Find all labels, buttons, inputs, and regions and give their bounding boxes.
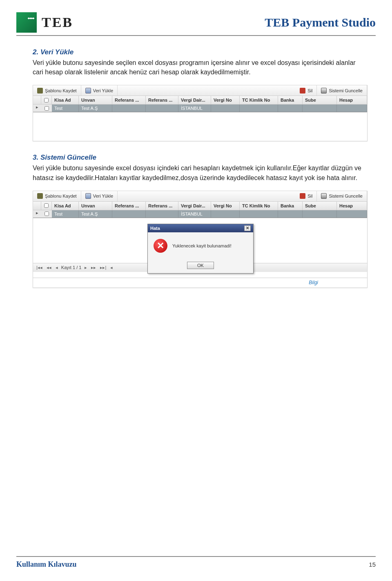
col-vergi-no[interactable]: Vergi No	[211, 202, 240, 210]
col-tc[interactable]: TC Kimlik No	[240, 202, 278, 210]
load-data-button[interactable]: Veri Yükle	[81, 191, 118, 201]
cell-hesap	[337, 105, 367, 112]
col-referans-1[interactable]: Referans ...	[112, 202, 146, 210]
delete-label: Sil	[307, 194, 312, 198]
col-tc[interactable]: TC Kimlik No	[240, 96, 278, 104]
toolbar-2: Şablonu Kaydet Veri Yükle Sil Sistemi Gu…	[33, 191, 367, 202]
info-strip: Bilgi	[33, 278, 367, 287]
update-system-label: Sistemi Guncelle	[329, 88, 363, 93]
select-all-checkbox[interactable]	[44, 98, 49, 102]
col-sube[interactable]: Sube	[303, 96, 337, 104]
col-vergi-dair[interactable]: Vergi Dair...	[178, 202, 211, 210]
save-template-label: Şablonu Kaydet	[45, 194, 77, 198]
delete-icon	[300, 193, 305, 199]
delete-icon	[300, 88, 305, 93]
grid-blank	[33, 112, 367, 141]
save-template-label: Şablonu Kaydet	[45, 88, 77, 93]
col-hesap[interactable]: Hesap	[337, 96, 367, 104]
cell-unvan: Test A.Ş	[79, 105, 112, 112]
col-banka[interactable]: Banka	[278, 202, 303, 210]
close-icon[interactable]: ✕	[244, 225, 251, 231]
disk-icon	[321, 88, 327, 93]
cell-tc	[240, 105, 278, 112]
save-icon	[37, 88, 43, 93]
section2-body: Veri yükle butonu sayesinde seçilen exce…	[33, 58, 368, 77]
toolbar: Şablonu Kaydet Veri Yükle Sil Sistemi Gu…	[33, 85, 367, 96]
save-template-button[interactable]: Şablonu Kaydet	[33, 191, 81, 201]
bilgi-label: Bilgi	[309, 280, 318, 285]
cell-kisa-ad: Test	[52, 210, 79, 218]
logo-text: TEB	[42, 15, 73, 30]
col-referans-2[interactable]: Referans ...	[146, 202, 178, 210]
logo-block: TEB	[16, 12, 73, 33]
row-checkbox[interactable]	[45, 106, 49, 111]
grid-header: Kisa Ad Unvan Referans ... Referans ... …	[33, 96, 367, 105]
dialog-title: Hata	[150, 226, 160, 231]
cell-unvan: Test A.Ş	[79, 210, 112, 218]
table-row[interactable]: ▸ Test Test A.Ş İSTANBUL	[33, 210, 367, 218]
cell-banka	[278, 105, 303, 112]
app-screenshot-2: Şablonu Kaydet Veri Yükle Sil Sistemi Gu…	[33, 191, 368, 288]
section2-heading: 2. Veri Yükle	[33, 48, 376, 56]
app-screenshot-1: Şablonu Kaydet Veri Yükle Sil Sistemi Gu…	[33, 85, 368, 141]
error-icon: ✕	[154, 239, 167, 253]
col-unvan[interactable]: Unvan	[79, 96, 112, 104]
grid-header-2: Kisa Ad Unvan Referans ... Referans ... …	[33, 202, 367, 210]
pager-next2[interactable]: ▸▸	[90, 265, 97, 270]
section3-heading: 3. Sistemi Güncelle	[33, 154, 376, 162]
page-number: 15	[369, 561, 376, 568]
col-referans-2[interactable]: Referans ...	[146, 96, 178, 104]
doc-footer: Kullanım Kılavuzu 15	[16, 556, 376, 569]
document-title: TEB Payment Studio	[265, 16, 376, 29]
save-template-button[interactable]: Şablonu Kaydet	[33, 85, 81, 96]
row-indicator-icon: ▸	[33, 105, 41, 112]
col-vergi-dair[interactable]: Vergi Dair...	[178, 96, 211, 104]
pager-prev[interactable]: ◂	[55, 265, 59, 270]
save-icon	[37, 193, 43, 199]
update-system-button[interactable]: Sistemi Guncelle	[317, 191, 367, 201]
pager-prev2[interactable]: ◂◂	[46, 265, 52, 270]
col-kisa-ad[interactable]: Kisa Ad	[52, 96, 79, 104]
cell-vergi-dair: İSTANBUL	[178, 105, 211, 112]
col-sube[interactable]: Sube	[303, 202, 337, 210]
cell-ref2	[146, 105, 178, 112]
update-system-label: Sistemi Guncelle	[329, 194, 363, 198]
col-unvan[interactable]: Unvan	[79, 202, 112, 210]
dialog-titlebar: Hata ✕	[148, 224, 253, 232]
footer-title: Kullanım Kılavuzu	[16, 560, 77, 569]
ok-button[interactable]: OK	[187, 262, 214, 269]
row-checkbox[interactable]	[45, 211, 49, 216]
pager-end[interactable]: ◂	[109, 265, 114, 270]
delete-button[interactable]: Sil	[296, 191, 317, 201]
dialog-message: Yuklenecek kayit bulunamadi!	[172, 243, 232, 248]
update-system-button[interactable]: Sistemi Guncelle	[317, 85, 367, 96]
pager-text: Kayıt 1 / 1	[61, 265, 82, 270]
cell-ref1	[112, 105, 146, 112]
import-icon	[85, 88, 91, 93]
delete-button[interactable]: Sil	[296, 85, 317, 96]
doc-header: TEB TEB Payment Studio	[16, 12, 376, 36]
delete-label: Sil	[307, 88, 312, 93]
cell-vergi-dair: İSTANBUL	[178, 210, 211, 218]
table-row[interactable]: ▸ Test Test A.Ş İSTANBUL	[33, 105, 367, 112]
pager-last[interactable]: ▸▸|	[99, 265, 107, 270]
cell-sube	[303, 105, 337, 112]
col-hesap[interactable]: Hesap	[337, 202, 367, 210]
col-kisa-ad[interactable]: Kisa Ad	[52, 202, 79, 210]
row-indicator-icon: ▸	[33, 210, 41, 218]
load-data-button[interactable]: Veri Yükle	[81, 85, 118, 96]
load-data-label: Veri Yükle	[93, 194, 113, 198]
logo-icon	[16, 12, 37, 33]
disk-icon	[321, 193, 327, 199]
pager-next[interactable]: ▸	[84, 265, 88, 270]
pager-first[interactable]: |◂◂	[36, 265, 43, 270]
import-icon	[85, 193, 91, 199]
cell-vergi-no	[211, 105, 240, 112]
load-data-label: Veri Yükle	[93, 88, 113, 93]
col-referans-1[interactable]: Referans ...	[112, 96, 146, 104]
error-dialog: Hata ✕ ✕ Yuklenecek kayit bulunamadi! OK	[147, 224, 254, 274]
section3-body: Veri yükle butonu sayesinde excel dosyas…	[33, 163, 368, 182]
col-banka[interactable]: Banka	[278, 96, 303, 104]
col-vergi-no[interactable]: Vergi No	[211, 96, 240, 104]
select-all-checkbox[interactable]	[44, 203, 49, 208]
